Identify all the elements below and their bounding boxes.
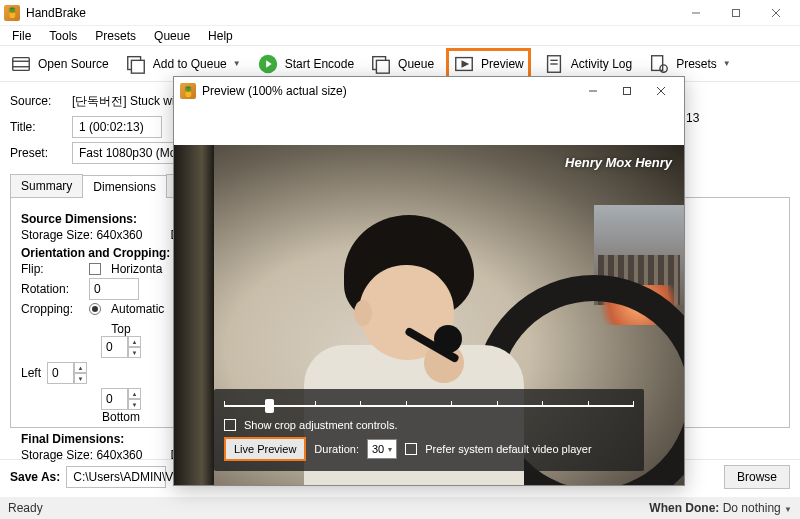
activity-log-button[interactable]: Activity Log [539,51,636,77]
flip-checkbox[interactable] [89,263,101,275]
tab-dimensions[interactable]: Dimensions [82,175,167,198]
menu-file[interactable]: File [4,27,39,45]
preview-minimize-button[interactable] [576,77,610,105]
flip-option: Horizonta [111,262,162,276]
chevron-down-icon: ▼ [784,505,792,514]
chevron-down-icon: ▾ [388,445,392,454]
cropping-label: Cropping: [21,302,79,316]
preview-window-title: Preview (100% actual size) [202,84,347,98]
tab-summary[interactable]: Summary [10,174,83,197]
preview-slider[interactable] [224,397,634,413]
app-icon [180,83,196,99]
crop-bottom-label: Bottom [81,410,161,424]
chevron-down-icon[interactable]: ▼ [233,59,241,68]
title-select[interactable]: 1 (00:02:13) [72,116,162,138]
crop-bottom-value: 0 [106,392,113,406]
video-frame: Henry Mox Henry Show crop adjustment con… [174,145,684,485]
when-done-select[interactable]: Do nothing ▼ [723,501,792,515]
svg-marker-14 [462,61,468,67]
video-watermark: Henry Mox Henry [565,155,672,170]
open-source-label: Open Source [38,57,109,71]
spin-up-icon[interactable]: ▲ [128,388,141,399]
presets-button[interactable]: Presets ▼ [644,51,735,77]
activity-log-label: Activity Log [571,57,632,71]
svg-rect-4 [13,57,30,70]
svg-rect-18 [652,55,663,70]
rotation-value: 0 [94,282,101,296]
duration-label: Duration: [314,443,359,455]
crop-top-value: 0 [106,340,113,354]
title-value: 1 (00:02:13) [79,120,144,134]
maximize-button[interactable] [716,0,756,26]
saveas-field[interactable]: C:\Users\ADMIN\Vide [66,466,166,488]
svg-rect-1 [733,9,740,16]
when-done-label: When Done: [649,501,719,515]
crop-left-label: Left [21,366,41,380]
browse-button[interactable]: Browse [724,465,790,489]
duration-select[interactable]: 30▾ [367,439,397,459]
log-icon [543,53,565,75]
queue-label: Queue [398,57,434,71]
queue-button[interactable]: Queue [366,51,438,77]
menu-presets[interactable]: Presets [87,27,144,45]
show-crop-checkbox[interactable] [224,419,236,431]
prefer-player-checkbox[interactable] [405,443,417,455]
queue-add-icon [125,53,147,75]
spin-down-icon[interactable]: ▼ [128,399,141,410]
rotation-field[interactable]: 0 [89,278,139,300]
menu-tools[interactable]: Tools [41,27,85,45]
crop-left-field[interactable]: 0▲▼ [47,362,87,384]
open-source-button[interactable]: Open Source [6,51,113,77]
svg-rect-12 [376,60,389,73]
spin-down-icon[interactable]: ▼ [128,347,141,358]
crop-top-field[interactable]: 0▲▼ [101,336,141,358]
duration-value: 30 [372,443,384,455]
title-label: Title: [10,120,66,134]
spin-down-icon[interactable]: ▼ [74,373,87,384]
storage-size: Storage Size: 640x360 [21,228,142,242]
spin-up-icon[interactable]: ▲ [74,362,87,373]
preview-label: Preview [481,57,524,71]
preview-window: Preview (100% actual size) [173,76,685,486]
chevron-down-icon[interactable]: ▼ [723,59,731,68]
preset-label: Preset: [10,146,66,160]
start-encode-label: Start Encode [285,57,354,71]
presets-label: Presets [676,57,717,71]
preview-controls-overlay: Show crop adjustment controls. Live Prev… [214,389,644,471]
source-label: Source: [10,94,66,108]
start-encode-button[interactable]: Start Encode [253,51,358,77]
saveas-label: Save As: [10,470,60,484]
svg-rect-8 [131,60,144,73]
when-done-value: Do nothing [723,501,781,515]
spin-up-icon[interactable]: ▲ [128,336,141,347]
app-icon [4,5,20,21]
crop-bottom-field[interactable]: 0▲▼ [101,388,141,410]
minimize-button[interactable] [676,0,716,26]
queue-icon [370,53,392,75]
preset-value: Fast 1080p30 (Modi [79,146,186,160]
svg-rect-21 [624,88,631,95]
preview-button[interactable]: Preview [446,48,531,80]
add-to-queue-button[interactable]: Add to Queue ▼ [121,51,245,77]
menu-queue[interactable]: Queue [146,27,198,45]
slider-thumb[interactable] [265,399,274,413]
preview-maximize-button[interactable] [610,77,644,105]
add-to-queue-label: Add to Queue [153,57,227,71]
close-button[interactable] [756,0,796,26]
live-preview-button[interactable]: Live Preview [224,437,306,461]
range-trunc: 13 [686,111,699,125]
prefer-player-label: Prefer system default video player [425,443,591,455]
film-icon [10,53,32,75]
preview-close-button[interactable] [644,77,678,105]
flip-label: Flip: [21,262,79,276]
presets-icon [648,53,670,75]
app-title: HandBrake [26,6,86,20]
play-icon [257,53,279,75]
rotation-label: Rotation: [21,282,79,296]
status-text: Ready [8,501,43,515]
cropping-radio[interactable] [89,303,101,315]
crop-top-label: Top [81,322,161,336]
preview-icon [453,53,475,75]
crop-left-value: 0 [52,366,59,380]
menu-help[interactable]: Help [200,27,241,45]
